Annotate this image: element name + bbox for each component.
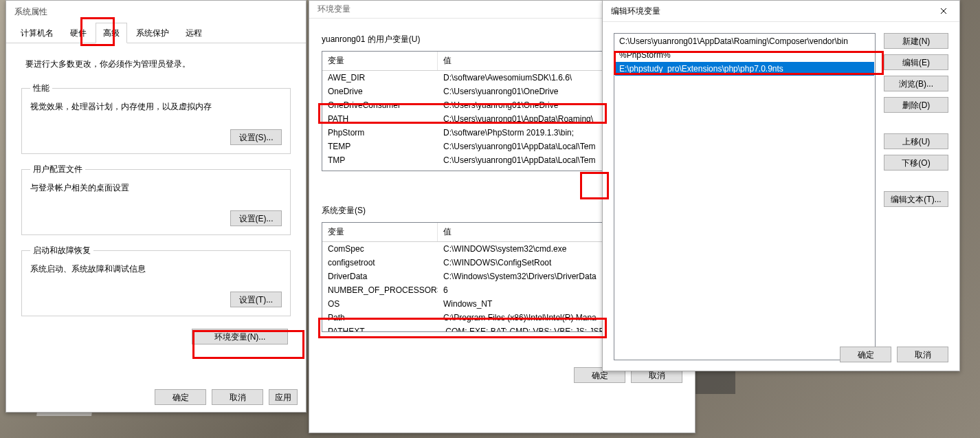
cancel-button[interactable]: 取消 — [212, 389, 263, 405]
tab-hardware[interactable]: 硬件 — [63, 23, 94, 43]
user-profile-group: 用户配置文件 与登录帐户相关的桌面设置 设置(E)... — [21, 164, 291, 235]
startup-recovery-settings-button[interactable]: 设置(T)... — [230, 292, 282, 307]
move-up-button[interactable]: 上移(U) — [884, 133, 948, 149]
apply-button[interactable]: 应用 — [269, 389, 298, 405]
user-profile-settings-button[interactable]: 设置(E)... — [230, 210, 282, 226]
side-buttons: 新建(N) 编辑(E) 浏览(B)... 删除(D) 上移(U) 下移(O) 编… — [884, 33, 948, 360]
tab-system-protection[interactable]: 系统保护 — [129, 23, 177, 43]
var-name: OneDrive — [322, 85, 438, 98]
header-variable[interactable]: 变量 — [322, 52, 438, 70]
cancel-button[interactable]: 取消 — [897, 347, 948, 362]
close-icon — [940, 8, 947, 14]
dialog-title: 系统属性 — [6, 1, 306, 22]
var-name: Path — [322, 311, 438, 325]
list-item[interactable]: E:\phpstudy_pro\Extensions\php\php7.0.9n… — [615, 62, 874, 76]
edit-text-button[interactable]: 编辑文本(T)... — [884, 191, 948, 207]
var-name: TMP — [322, 153, 438, 167]
list-item[interactable]: %PhpStorm% — [615, 48, 874, 62]
list-item[interactable]: C:\Users\yuanrong01\AppData\Roaming\Comp… — [615, 34, 874, 48]
move-down-button[interactable]: 下移(O) — [884, 155, 948, 171]
startup-recovery-desc: 系统启动、系统故障和调试信息 — [30, 263, 282, 275]
var-name: PhpStorm — [322, 126, 438, 140]
edit-button[interactable]: 编辑(E) — [884, 54, 948, 70]
var-name: configsetroot — [322, 256, 438, 270]
environment-variables-button[interactable]: 环境变量(N)... — [192, 329, 288, 344]
var-name: OneDriveConsumer — [322, 98, 438, 112]
user-profile-legend: 用户配置文件 — [30, 164, 85, 175]
system-properties-dialog: 系统属性 计算机名 硬件 高级 系统保护 远程 要进行大多数更改，你必须作为管理… — [5, 0, 307, 413]
var-name: DriverData — [322, 270, 438, 283]
tab-advanced[interactable]: 高级 — [96, 23, 127, 43]
delete-button[interactable]: 删除(D) — [884, 97, 948, 113]
tab-remote[interactable]: 远程 — [178, 23, 210, 43]
header-variable[interactable]: 变量 — [322, 223, 438, 241]
var-name: OS — [322, 297, 438, 311]
tabs-bar: 计算机名 硬件 高级 系统保护 远程 — [6, 22, 306, 43]
performance-desc: 视觉效果，处理器计划，内存使用，以及虚拟内存 — [30, 101, 282, 113]
browse-button[interactable]: 浏览(B)... — [884, 76, 948, 91]
performance-group: 性能 视觉效果，处理器计划，内存使用，以及虚拟内存 设置(S)... — [21, 83, 291, 154]
var-name: TEMP — [322, 140, 438, 153]
close-button[interactable] — [928, 2, 959, 20]
edit-environment-variable-dialog: 编辑环境变量 C:\Users\yuanrong01\AppData\Roami… — [602, 0, 960, 371]
path-entries-list[interactable]: C:\Users\yuanrong01\AppData\Roaming\Comp… — [614, 33, 876, 360]
performance-legend: 性能 — [30, 83, 52, 94]
new-button[interactable]: 新建(N) — [884, 33, 948, 49]
dialog-title: 编辑环境变量 — [611, 6, 660, 17]
user-profile-desc: 与登录帐户相关的桌面设置 — [30, 182, 282, 194]
startup-recovery-group: 启动和故障恢复 系统启动、系统故障和调试信息 设置(T)... — [21, 245, 291, 316]
var-name: ComSpec — [322, 242, 438, 256]
tab-computer-name[interactable]: 计算机名 — [13, 23, 61, 43]
var-name: NUMBER_OF_PROCESSORS — [322, 283, 438, 297]
performance-settings-button[interactable]: 设置(S)... — [230, 129, 282, 145]
ok-button[interactable]: 确定 — [840, 347, 891, 362]
admin-note: 要进行大多数更改，你必须作为管理员登录。 — [25, 58, 287, 70]
var-name: PATHEXT — [322, 325, 438, 332]
var-name: AWE_DIR — [322, 71, 438, 85]
var-name: PATH — [322, 112, 438, 126]
startup-recovery-legend: 启动和故障恢复 — [30, 245, 93, 256]
ok-button[interactable]: 确定 — [155, 389, 206, 405]
